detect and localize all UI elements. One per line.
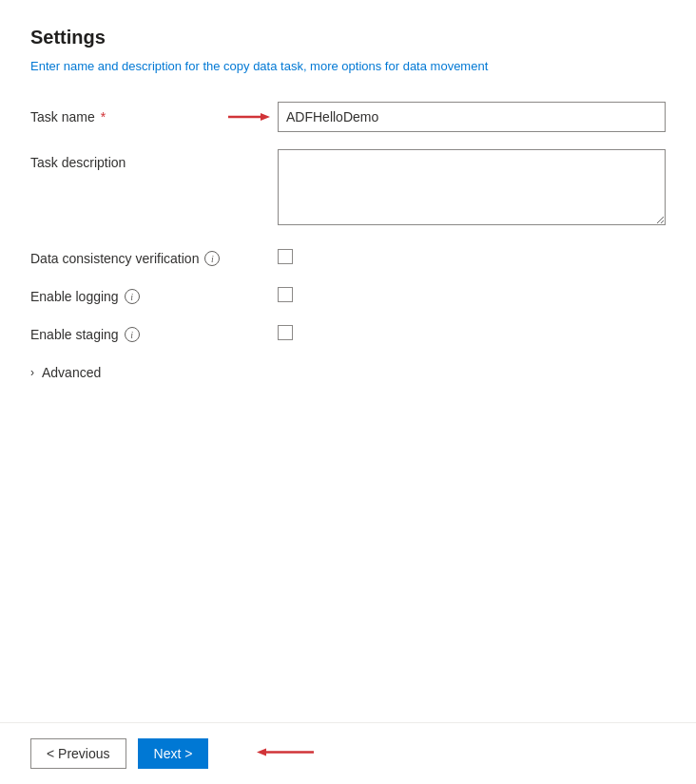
main-content: Settings Enter name and description for … (0, 0, 696, 722)
form-section: Task name * Task description (30, 102, 666, 380)
enable-logging-checkbox[interactable] (278, 287, 293, 302)
task-description-row: Task description (30, 149, 666, 228)
data-consistency-info-icon[interactable]: i (204, 251, 220, 266)
enable-staging-row: Enable staging i (30, 321, 666, 342)
advanced-section[interactable]: › Advanced (30, 365, 666, 380)
task-description-wrap (278, 149, 666, 228)
enable-logging-info-icon[interactable]: i (125, 289, 140, 304)
task-name-row: Task name * (30, 102, 666, 132)
data-consistency-checkbox-wrap (278, 245, 293, 264)
task-description-label: Task description (30, 149, 278, 170)
next-button-arrow (257, 746, 314, 762)
next-button[interactable]: Next > (138, 738, 209, 769)
enable-logging-checkbox-wrap (278, 283, 293, 302)
task-description-input[interactable] (278, 149, 666, 225)
page-title: Settings (30, 27, 666, 48)
enable-staging-label: Enable staging i (30, 321, 278, 342)
footer-bar: < Previous Next > (0, 722, 696, 784)
advanced-label: Advanced (42, 365, 101, 380)
enable-staging-info-icon[interactable]: i (125, 327, 140, 342)
data-consistency-checkbox[interactable] (278, 249, 293, 264)
data-consistency-row: Data consistency verification i (30, 245, 666, 266)
required-indicator: * (101, 109, 106, 124)
svg-marker-1 (261, 113, 270, 121)
advanced-chevron-icon: › (30, 366, 34, 379)
enable-logging-row: Enable logging i (30, 283, 666, 304)
task-name-arrow (228, 110, 270, 124)
svg-marker-3 (257, 749, 266, 756)
task-name-wrap (278, 102, 666, 132)
page-subtitle: Enter name and description for the copy … (30, 58, 666, 75)
task-name-input[interactable] (278, 102, 666, 132)
previous-button[interactable]: < Previous (30, 738, 126, 769)
enable-logging-label: Enable logging i (30, 283, 278, 304)
data-consistency-label: Data consistency verification i (30, 245, 278, 266)
enable-staging-checkbox-wrap (278, 321, 293, 340)
enable-staging-checkbox[interactable] (278, 325, 293, 340)
